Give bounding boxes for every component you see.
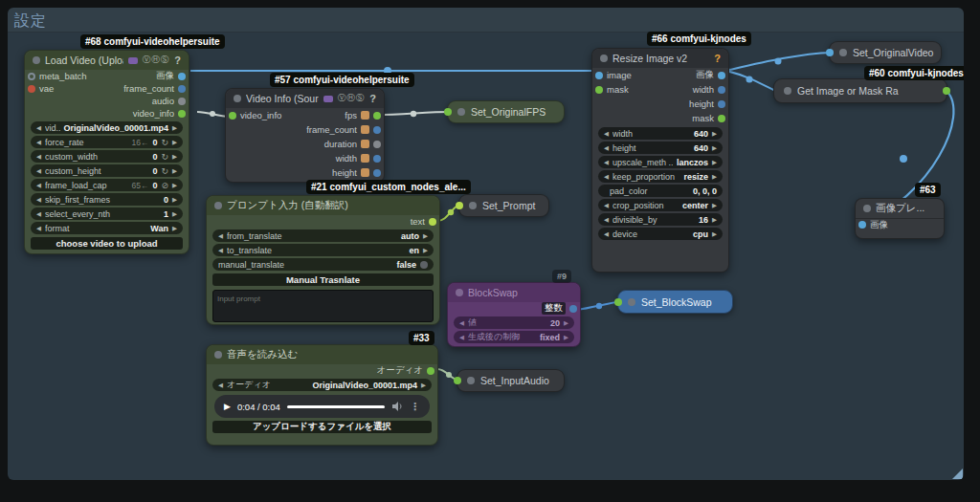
input-port[interactable] xyxy=(826,49,834,56)
select-every-nth-widget[interactable]: select_every_nth 1 xyxy=(31,207,183,220)
device-widget[interactable]: device cpu xyxy=(598,228,723,240)
disable-icon[interactable]: ⊘ xyxy=(161,181,168,190)
graph-canvas[interactable]: 設定 #68 comfyui-videohelpersuite #57 comf… xyxy=(8,8,964,480)
audio-player[interactable]: ▶ 0:04 / 0:04 ⋮ xyxy=(214,395,430,418)
to-translate-widget[interactable]: to_translate en xyxy=(212,244,434,256)
node-load-video[interactable]: Load Video (Upload) ⓋⒽⓈ ? meta_batch 画像 … xyxy=(24,50,189,254)
output-port-image[interactable] xyxy=(178,73,186,80)
output-port-height[interactable] xyxy=(718,100,725,108)
skip-first-frames-widget[interactable]: skip_first_frames 0 xyxy=(31,193,183,206)
node-prompt-input[interactable]: プロンプト入力 (自動翻訳) text from_translate auto … xyxy=(206,195,440,325)
pad-color-widget[interactable]: pad_color 0, 0, 0 xyxy=(598,185,723,197)
upscale-method-widget[interactable]: upscale_meth .. lanczos xyxy=(598,156,723,168)
node-set-input-audio[interactable]: Set_InputAudio xyxy=(457,369,565,392)
volume-icon[interactable] xyxy=(391,401,403,412)
node-video-info[interactable]: Video Info (Source) ⓋⒽⓈ ? video_info fps… xyxy=(225,88,385,183)
node-block-swap[interactable]: BlockSwap 整数 値 20 生成後の制御 fixed xyxy=(447,282,581,347)
node-set-original-video[interactable]: Set_OriginalVideo xyxy=(829,41,942,64)
collapse-icon[interactable] xyxy=(628,298,635,306)
output-port-duration[interactable] xyxy=(373,141,381,148)
node-get-image-or-mask[interactable]: Get Image or Mask Ra xyxy=(773,78,947,103)
output-port-mask[interactable] xyxy=(718,115,725,122)
width-widget[interactable]: width 640 xyxy=(598,127,723,140)
collapse-icon[interactable] xyxy=(467,377,475,384)
help-icon[interactable]: ? xyxy=(369,93,376,104)
input-port[interactable] xyxy=(614,298,622,306)
output-port-text[interactable] xyxy=(429,218,436,226)
collapse-icon[interactable] xyxy=(234,95,241,102)
play-icon[interactable]: ▶ xyxy=(224,402,231,411)
input-port-mask[interactable] xyxy=(595,86,603,94)
force-rate-widget[interactable]: force_rate 16← 0 ↻ xyxy=(31,136,183,148)
reset-icon[interactable]: ↻ xyxy=(161,152,168,162)
reset-icon[interactable]: ↻ xyxy=(161,138,168,147)
output-port-audio[interactable] xyxy=(178,98,186,105)
custom-width-widget[interactable]: custom_width 0 ↻ xyxy=(31,150,183,163)
input-port[interactable] xyxy=(454,377,461,384)
divisible-by-widget[interactable]: divisible_by 16 xyxy=(598,213,723,226)
audio-file-combo[interactable]: オーディオ OriginalVideo_00001.mp4 xyxy=(212,379,432,391)
node-load-audio[interactable]: 音声を読み込む オーディオ オーディオ OriginalVideo_00001.… xyxy=(206,344,438,446)
collapse-icon[interactable] xyxy=(784,87,791,95)
format-widget[interactable]: format Wan xyxy=(31,222,183,234)
input-port-vae[interactable] xyxy=(28,85,35,93)
keep-proportion-widget[interactable]: keep_proportion resize xyxy=(598,170,723,183)
input-port-meta-batch[interactable] xyxy=(28,73,35,80)
collapse-icon[interactable] xyxy=(33,56,40,64)
output-port-frame-count[interactable] xyxy=(178,85,186,93)
output-port-width[interactable] xyxy=(718,86,725,94)
collapse-icon[interactable] xyxy=(214,351,222,359)
collapse-icon[interactable] xyxy=(456,289,463,296)
output-port-int[interactable] xyxy=(569,305,577,313)
output-port-height[interactable] xyxy=(373,169,381,177)
node-image-preview-titlebar[interactable]: 画像プレ... xyxy=(856,199,944,218)
node-load-audio-titlebar[interactable]: 音声を読み込む xyxy=(207,345,437,364)
custom-height-widget[interactable]: custom_height 0 ↻ xyxy=(31,164,183,177)
output-port-image[interactable] xyxy=(718,72,725,79)
video-file-combo[interactable]: vid... OriginalVideo_00001.mp4 xyxy=(31,121,183,134)
collapse-icon[interactable] xyxy=(863,205,871,212)
collapse-icon[interactable] xyxy=(214,202,222,209)
from-translate-widget[interactable]: from_translate auto xyxy=(212,229,434,242)
output-port-video-info[interactable] xyxy=(178,110,186,118)
node-set-block-swap[interactable]: Set_BlockSwap xyxy=(617,290,733,314)
choose-video-button[interactable]: choose video to upload xyxy=(31,237,183,250)
output-port-fps[interactable] xyxy=(373,112,381,120)
input-port[interactable] xyxy=(444,108,452,116)
node-set-original-fps[interactable]: Set_OriginalFPS xyxy=(447,100,565,123)
help-icon[interactable]: ? xyxy=(174,55,181,66)
node-prompt-titlebar[interactable]: プロンプト入力 (自動翻訳) xyxy=(207,196,439,215)
input-port-image[interactable] xyxy=(595,72,603,79)
output-port-width[interactable] xyxy=(373,155,381,163)
node-block-swap-titlebar[interactable]: BlockSwap xyxy=(448,283,580,302)
canvas-resize-handle[interactable] xyxy=(952,469,963,479)
node-load-video-titlebar[interactable]: Load Video (Upload) ⓋⒽⓈ ? xyxy=(25,51,189,70)
input-port-video-info[interactable] xyxy=(229,112,236,120)
input-port[interactable] xyxy=(456,202,463,209)
node-image-preview[interactable]: 画像プレ... 画像 xyxy=(855,198,945,239)
player-menu-icon[interactable]: ⋮ xyxy=(410,401,420,413)
frame-load-cap-widget[interactable]: frame_load_cap 65← 0 ⊘ xyxy=(31,179,183,191)
output-port-audio[interactable] xyxy=(427,367,434,375)
height-widget[interactable]: height 640 xyxy=(598,142,723,154)
collapse-icon[interactable] xyxy=(457,108,465,116)
input-port-image[interactable] xyxy=(858,221,866,229)
audio-progress-bar[interactable] xyxy=(287,405,385,408)
collapse-icon[interactable] xyxy=(469,202,477,209)
control-after-generate-widget[interactable]: 生成後の制御 fixed xyxy=(454,331,574,343)
collapse-icon[interactable] xyxy=(839,49,847,56)
manual-translate-toggle[interactable]: manual_translate false xyxy=(212,258,434,271)
reset-icon[interactable]: ↻ xyxy=(161,166,168,176)
prompt-textarea[interactable]: Input prompt xyxy=(212,290,434,322)
node-video-info-titlebar[interactable]: Video Info (Source) ⓋⒽⓈ ? xyxy=(226,89,384,108)
manual-translate-button[interactable]: Manual Trasnlate xyxy=(212,273,434,286)
upload-file-button[interactable]: アップロードするファイルを選択 xyxy=(212,421,432,433)
toggle-icon[interactable] xyxy=(420,261,428,269)
node-resize-image[interactable]: Resize Image v2 ? image 画像 mask width he… xyxy=(591,48,729,273)
node-set-prompt[interactable]: Set_Prompt xyxy=(458,194,549,217)
output-port-frame-count[interactable] xyxy=(373,126,381,134)
collapse-icon[interactable] xyxy=(600,55,608,62)
output-port[interactable] xyxy=(943,87,950,95)
node-resize-titlebar[interactable]: Resize Image v2 ? xyxy=(592,49,728,68)
help-icon[interactable]: ? xyxy=(714,53,721,64)
